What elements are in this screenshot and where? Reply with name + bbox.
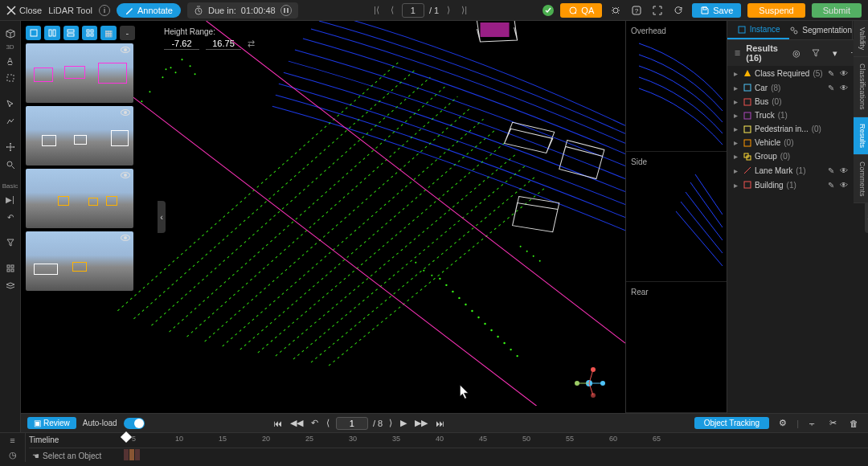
cam-layout-5-icon[interactable]: ▦ xyxy=(100,26,116,40)
page-last-icon[interactable]: ⟩| xyxy=(458,5,470,15)
info-icon[interactable]: i xyxy=(99,5,110,16)
camera-thumb-3[interactable] xyxy=(26,169,133,228)
eye-icon[interactable] xyxy=(121,47,130,53)
side-view[interactable]: Side xyxy=(626,152,727,283)
chevron-right-icon[interactable]: ▸ xyxy=(734,84,740,92)
page-next-icon[interactable]: ⟩ xyxy=(444,5,453,15)
bug-icon[interactable] xyxy=(608,3,623,18)
refresh-icon[interactable] xyxy=(671,3,686,18)
result-row[interactable]: ▸Group (0) xyxy=(727,149,868,163)
chevron-right-icon[interactable]: ▸ xyxy=(734,181,740,190)
overhead-view[interactable]: Overhead xyxy=(626,21,727,152)
fastfwd-icon[interactable]: ▶▶ xyxy=(413,416,429,430)
target-icon[interactable]: ◎ xyxy=(789,46,804,60)
tool-layers-icon[interactable] xyxy=(2,278,18,294)
split-icon[interactable]: ⫟ xyxy=(805,416,820,431)
vtab-classifications[interactable]: Classifications xyxy=(854,57,868,117)
tool-segment-icon[interactable] xyxy=(2,70,18,86)
eye-icon[interactable] xyxy=(121,172,130,178)
chevron-right-icon[interactable]: ▸ xyxy=(734,97,740,106)
cam-layout-1-icon[interactable] xyxy=(26,26,41,40)
help-icon[interactable]: ? xyxy=(629,3,644,18)
eye-icon[interactable]: 👁 xyxy=(839,166,849,175)
object-tracking-button[interactable]: Object Tracking xyxy=(694,417,769,429)
chevron-right-icon[interactable]: ▸ xyxy=(734,125,740,133)
cam-layout-2-icon[interactable] xyxy=(44,26,59,40)
timeline-settings-icon[interactable]: ≡ xyxy=(0,433,26,448)
edit-icon[interactable]: ✎ xyxy=(826,166,836,175)
gear-icon[interactable]: ⚙ xyxy=(776,416,790,431)
result-row[interactable]: ▸Bus (0) xyxy=(727,95,868,108)
result-row[interactable]: ▸Class Required (5)✎👁🗑 xyxy=(727,66,868,80)
tab-segmentation[interactable]: Segmentation xyxy=(789,21,852,39)
chevron-right-icon[interactable]: ▸ xyxy=(734,69,740,78)
tool-text-icon[interactable]: A̲ xyxy=(2,52,18,68)
height-min-input[interactable] xyxy=(164,38,199,50)
edit-icon[interactable]: ✎ xyxy=(826,83,836,92)
axis-gizmo[interactable] xyxy=(569,363,609,403)
sort-icon[interactable] xyxy=(809,46,823,60)
rewind-icon[interactable]: ◀◀ xyxy=(289,416,305,430)
camera-thumb-1[interactable] xyxy=(26,43,133,103)
vtab-results[interactable]: Results xyxy=(854,117,868,155)
result-row[interactable]: ▸Lane Mark (1)✎👁🗑 xyxy=(727,163,868,178)
prev-frame-icon[interactable]: ⟨ xyxy=(325,416,331,430)
tool-polyline-icon[interactable] xyxy=(2,113,18,129)
frame-input[interactable] xyxy=(336,417,368,430)
annotate-button[interactable]: Annotate xyxy=(117,3,181,18)
edit-icon[interactable]: ✎ xyxy=(826,68,836,78)
tab-instance[interactable]: Instance xyxy=(727,21,789,39)
skip-start-icon[interactable]: ⏮ xyxy=(272,417,284,430)
tool-select-icon[interactable] xyxy=(2,96,18,112)
tool-grid-icon[interactable] xyxy=(2,260,18,276)
chevron-down-icon[interactable]: ▾ xyxy=(828,46,842,60)
eye-icon[interactable] xyxy=(121,235,130,241)
next-frame-icon[interactable]: ⟩ xyxy=(387,416,394,430)
page-current[interactable]: 1 xyxy=(402,3,424,18)
tool-zoom-icon[interactable] xyxy=(2,157,18,173)
vtab-comments[interactable]: Comments xyxy=(854,155,868,204)
pause-button[interactable] xyxy=(280,5,292,16)
rear-view[interactable]: Rear xyxy=(626,282,727,413)
timeline-frames[interactable] xyxy=(124,449,140,460)
collapse-cameras-icon[interactable]: ‹ xyxy=(158,201,166,233)
edit-icon[interactable]: ✎ xyxy=(826,180,836,190)
submit-button[interactable]: Submit xyxy=(812,3,862,18)
camera-thumb-2[interactable] xyxy=(26,106,133,166)
tool-skip-icon[interactable]: ▶| xyxy=(2,191,18,207)
result-row[interactable]: ▸Building (1)✎👁🗑 xyxy=(727,178,868,192)
eye-icon[interactable]: 👁 xyxy=(839,83,849,92)
swap-icon[interactable]: ⇄ xyxy=(248,39,255,49)
delete-icon[interactable]: 🗑 xyxy=(847,416,862,431)
chevron-right-icon[interactable]: ▸ xyxy=(734,111,740,120)
page-first-icon[interactable]: |⟨ xyxy=(371,5,383,15)
tool-cube-icon[interactable] xyxy=(2,26,18,42)
auto-load-toggle[interactable] xyxy=(124,418,145,429)
result-row[interactable]: ▸Vehicle (0) xyxy=(727,136,868,149)
chevron-right-icon[interactable]: ▸ xyxy=(734,152,740,161)
tool-move-icon[interactable] xyxy=(2,139,18,155)
tool-filter-icon[interactable] xyxy=(2,235,18,251)
eye-icon[interactable]: 👁 xyxy=(839,180,849,190)
save-button[interactable]: Save xyxy=(692,3,741,18)
chevron-right-icon[interactable]: ▸ xyxy=(734,138,740,147)
cam-layout-4-icon[interactable] xyxy=(82,26,97,40)
height-max-input[interactable] xyxy=(206,38,241,50)
cam-layout-3-icon[interactable] xyxy=(63,26,79,40)
result-row[interactable]: ▸Car (8)✎👁🗑 xyxy=(727,80,868,95)
qa-button[interactable]: QA xyxy=(560,3,602,18)
expand-icon[interactable] xyxy=(650,3,665,18)
eye-icon[interactable]: 👁 xyxy=(839,68,849,78)
tool-undo-icon[interactable]: ↶ xyxy=(2,209,18,225)
cam-layout-off-icon[interactable]: - xyxy=(120,26,135,40)
play-icon[interactable]: ▶ xyxy=(399,416,408,430)
undo-icon[interactable]: ↶ xyxy=(309,416,320,430)
chevron-right-icon[interactable]: ▸ xyxy=(734,166,740,175)
vtab-validity[interactable]: Validity xyxy=(854,21,868,57)
cut-icon[interactable]: ✂ xyxy=(826,416,841,431)
result-row[interactable]: ▸Truck (1) xyxy=(727,108,868,122)
camera-thumb-4[interactable] xyxy=(26,231,133,291)
close-button[interactable]: Close xyxy=(6,6,42,15)
page-prev-icon[interactable]: ⟨ xyxy=(387,5,397,15)
suspend-button[interactable]: Suspend xyxy=(747,3,805,18)
